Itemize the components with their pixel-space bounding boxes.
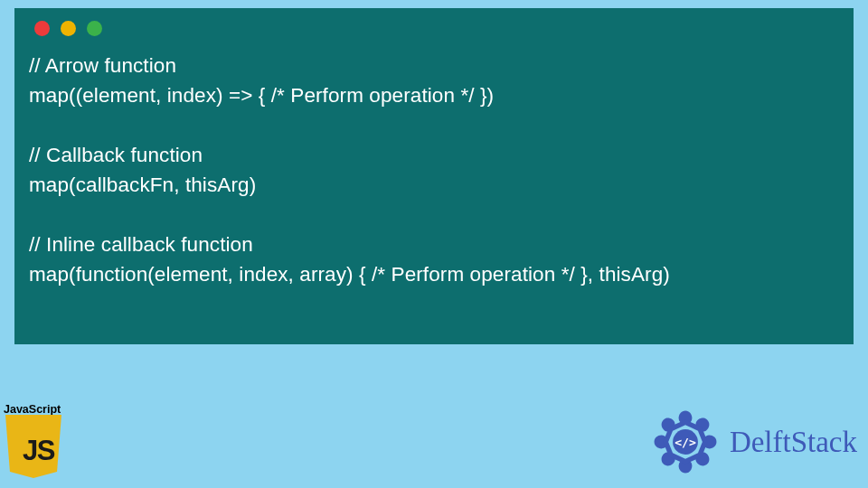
window-traffic-lights — [34, 21, 839, 36]
code-line: // Inline callback function — [29, 233, 253, 256]
minimize-icon — [61, 21, 76, 36]
delftstack-name: DelftStack — [730, 426, 857, 459]
svg-text:</>: </> — [675, 436, 696, 449]
delftstack-brand: </> DelftStack — [648, 405, 857, 479]
code-block: // Arrow function map((element, index) =… — [29, 51, 839, 289]
code-line: // Callback function — [29, 144, 203, 166]
javascript-badge: JavaScript — [5, 403, 76, 478]
close-icon — [34, 21, 50, 36]
code-line: map(callbackFn, thisArg) — [29, 174, 256, 196]
code-line: map((element, index) => { /* Perform ope… — [29, 84, 494, 107]
code-panel: // Arrow function map((element, index) =… — [14, 8, 854, 344]
delftstack-logo-icon: </> — [648, 405, 722, 479]
code-line: map(function(element, index, array) { /*… — [29, 263, 670, 286]
javascript-label: JavaScript — [4, 403, 76, 416]
code-line: // Arrow function — [29, 54, 176, 77]
javascript-shield-icon — [5, 415, 61, 478]
maximize-icon — [87, 21, 102, 36]
